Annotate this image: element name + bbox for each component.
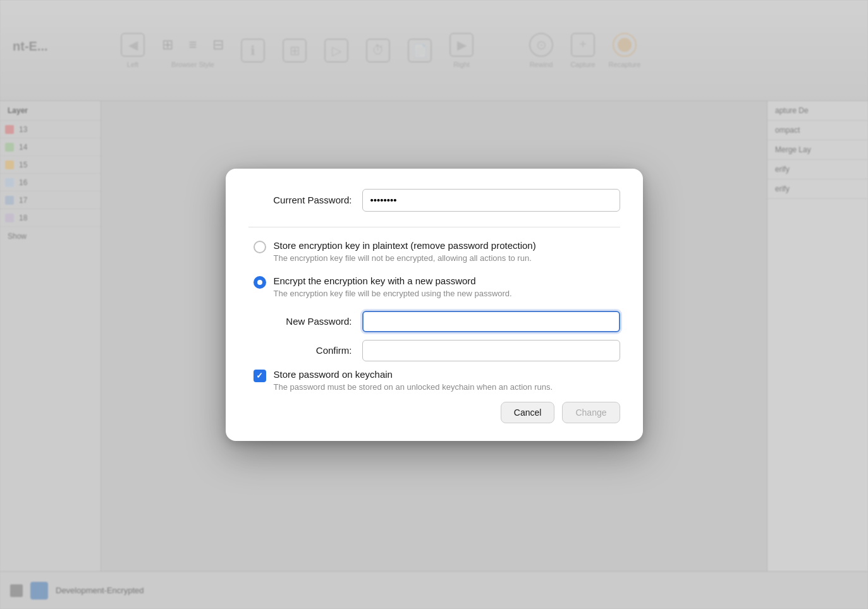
confirm-row: Confirm: (269, 340, 620, 361)
current-password-input[interactable] (362, 189, 620, 212)
confirm-label: Confirm: (269, 345, 362, 356)
encrypt-desc: The encryption key file will be encrypte… (274, 289, 512, 298)
modal-buttons: Cancel Change (248, 402, 620, 423)
keychain-title: Store password on keychain (274, 369, 553, 380)
new-password-row: New Password: (269, 311, 620, 332)
plaintext-desc: The encryption key file will not be encr… (274, 253, 536, 263)
keychain-checkbox[interactable] (254, 370, 266, 382)
keychain-option: Store password on keychain The password … (248, 369, 620, 392)
current-password-row: Current Password: (248, 189, 620, 212)
encrypt-content: Encrypt the encryption key with a new pa… (274, 275, 512, 298)
plaintext-radio[interactable] (254, 241, 266, 253)
new-password-fields: New Password: Confirm: (269, 311, 620, 361)
change-button[interactable]: Change (562, 402, 620, 423)
new-password-label: New Password: (269, 316, 362, 327)
encrypt-option: Encrypt the encryption key with a new pa… (248, 275, 620, 298)
modal-overlay: Current Password: Store encryption key i… (0, 0, 868, 609)
plaintext-content: Store encryption key in plaintext (remov… (274, 240, 536, 263)
cancel-button[interactable]: Cancel (501, 402, 555, 423)
current-password-label: Current Password: (248, 195, 362, 205)
new-password-input[interactable] (362, 311, 620, 332)
encrypt-title: Encrypt the encryption key with a new pa… (274, 275, 512, 286)
plaintext-option: Store encryption key in plaintext (remov… (248, 240, 620, 263)
password-change-modal: Current Password: Store encryption key i… (226, 169, 643, 441)
keychain-desc: The password must be stored on an unlock… (274, 382, 553, 392)
keychain-content: Store password on keychain The password … (274, 369, 553, 392)
divider (248, 227, 620, 227)
plaintext-title: Store encryption key in plaintext (remov… (274, 240, 536, 251)
confirm-input[interactable] (362, 340, 620, 361)
encrypt-radio[interactable] (254, 276, 266, 289)
